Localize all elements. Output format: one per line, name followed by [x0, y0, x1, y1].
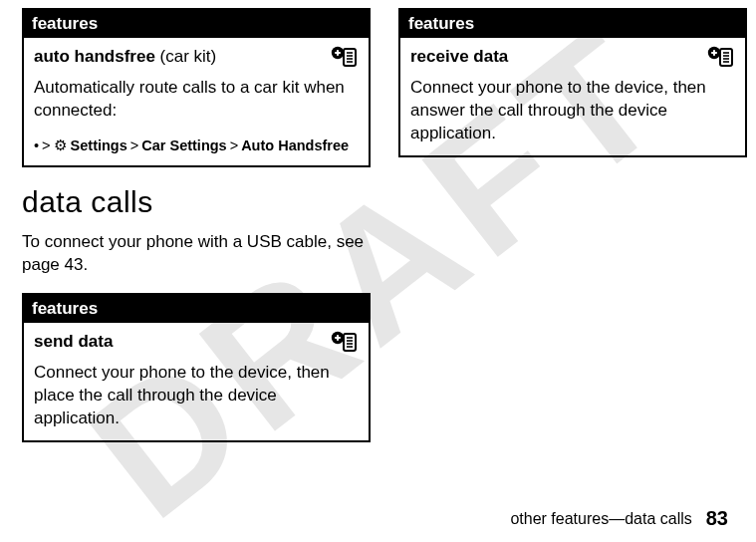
path-car-settings: Car Settings [141, 137, 226, 153]
section-paragraph: To connect your phone with a USB cable, … [22, 231, 371, 277]
section-heading-data-calls: data calls [22, 185, 371, 219]
svg-rect-3 [344, 49, 356, 66]
settings-glyph: ⚙ [54, 137, 67, 153]
feature-description: Automatically route calls to a car kit w… [34, 77, 359, 123]
svg-rect-19 [720, 49, 732, 66]
gt-sep: > [130, 137, 138, 153]
svg-rect-18 [713, 50, 715, 56]
path-settings: Settings [71, 137, 127, 153]
features-body: auto handsfree (car kit) Automatically r… [24, 38, 369, 165]
page-footer: other features—data calls83 [510, 507, 728, 530]
features-table-receive-data: features rece [398, 8, 747, 157]
svg-rect-10 [337, 335, 339, 341]
feature-title: receive data [410, 47, 508, 66]
feature-description: Connect your phone to the device, then a… [410, 77, 735, 145]
menu-key-glyph: • [34, 137, 39, 153]
features-header: features [24, 10, 369, 38]
feature-title-note: (car kit) [155, 47, 216, 66]
features-body: send data Connect your phone to the devi… [24, 323, 369, 440]
sim-plus-icon [707, 46, 735, 75]
sim-plus-icon [331, 331, 359, 360]
features-table-auto-handsfree: features auto [22, 8, 371, 167]
path-auto-handsfree: Auto Handsfree [241, 137, 349, 153]
features-body: receive data Connect your phone to the d… [400, 38, 745, 155]
menu-path: •>⚙ Settings>Car Settings>Auto Handsfree [34, 136, 359, 156]
features-table-send-data: features send [22, 293, 371, 442]
svg-rect-11 [344, 334, 356, 351]
feature-title: send data [34, 332, 113, 351]
feature-description: Connect your phone to the device, then p… [34, 362, 359, 430]
gt-sep: > [42, 137, 50, 153]
features-header: features [400, 10, 745, 38]
svg-rect-2 [337, 50, 339, 56]
sim-plus-icon [331, 46, 359, 75]
gt-sep: > [230, 137, 238, 153]
feature-title: auto handsfree [34, 47, 155, 66]
page-number: 83 [706, 507, 728, 529]
footer-text: other features—data calls [510, 510, 691, 527]
features-header: features [24, 295, 369, 323]
